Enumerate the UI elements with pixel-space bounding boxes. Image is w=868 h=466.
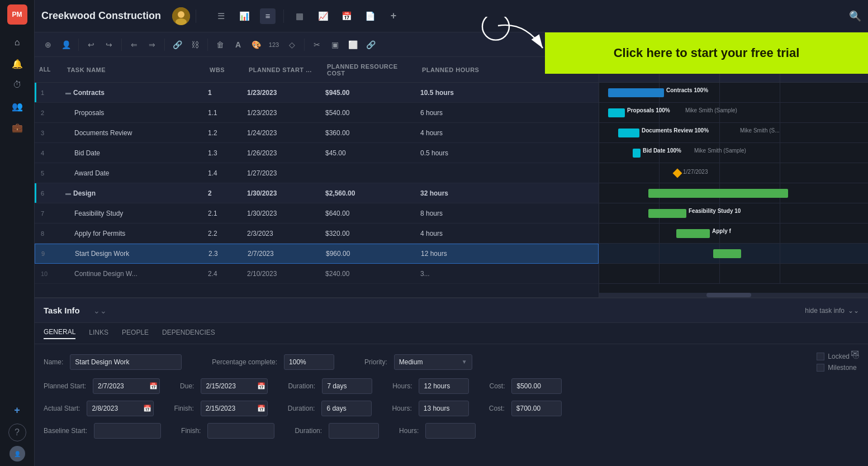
cost-input-2[interactable] xyxy=(511,401,562,416)
table-row[interactable]: 1 ▬ Contracts 1 1/23/2023 $945.00 10.5 h… xyxy=(35,83,599,103)
indent-btn[interactable]: ⇒ xyxy=(144,37,160,53)
undo-btn[interactable]: ↩ xyxy=(83,37,99,53)
number-btn[interactable]: 123 xyxy=(266,37,282,53)
task-info-title: Task Info xyxy=(44,306,80,315)
pct-complete-input[interactable] xyxy=(284,354,334,370)
gantt-scrollbar[interactable] xyxy=(599,293,868,297)
gantt-bar-documents[interactable]: Documents Review 100% Mike Smith (S... xyxy=(618,129,639,137)
priority-dropdown[interactable]: Medium ▼ xyxy=(394,354,472,370)
table-row[interactable]: 8 Apply for Permits 2.2 2/3/2023 $320.00… xyxy=(35,224,599,244)
header-task: TASK NAME xyxy=(63,57,205,82)
sidebar-item-alerts[interactable]: 🔔 xyxy=(8,55,26,73)
unlink-btn[interactable]: ⛓ xyxy=(187,37,203,53)
color-btn[interactable]: 🎨 xyxy=(248,37,264,53)
tab-people[interactable]: PEOPLE xyxy=(122,329,149,339)
expand-icon[interactable]: ▬ xyxy=(65,89,71,96)
gantt-icon[interactable]: ≡ xyxy=(260,8,276,24)
gantt-bar-permits[interactable]: Apply f xyxy=(676,229,710,238)
sidebar-item-people[interactable]: 👥 xyxy=(8,97,26,115)
sidebar-item-home[interactable]: ⌂ xyxy=(8,34,26,51)
duration-input-2[interactable] xyxy=(321,401,372,416)
row-start: 1/30/2023 xyxy=(243,203,321,223)
table-row[interactable]: 5 Award Date 1.4 1/27/2023 xyxy=(35,163,599,183)
redo-btn[interactable]: ↪ xyxy=(101,37,117,53)
expand-icon[interactable]: ▬ xyxy=(65,190,71,196)
search-icon[interactable]: 🔍 xyxy=(849,10,861,22)
add-view-icon[interactable]: + xyxy=(386,8,401,24)
tab-dependencies[interactable]: DEPENDENCIES xyxy=(162,329,215,339)
sidebar-item-briefcase[interactable]: 💼 xyxy=(8,118,26,136)
calendar-icon[interactable]: 📅 xyxy=(257,382,265,390)
milestone-checkbox[interactable] xyxy=(817,364,824,372)
gantt-bar-biddate[interactable]: Bid Date 100% Mike Smith (Sample) xyxy=(633,149,641,158)
baseline-hours-input[interactable] xyxy=(425,423,476,439)
chart-icon[interactable]: 📊 xyxy=(236,8,252,24)
list-icon[interactable]: ☰ xyxy=(213,8,229,24)
cost-input-1[interactable] xyxy=(511,378,562,394)
duration-input-1[interactable] xyxy=(322,378,372,394)
app-logo: PM xyxy=(7,4,27,25)
locked-checkbox[interactable] xyxy=(817,353,824,360)
table-row[interactable]: 3 Documents Review 1.2 1/24/2023 $360.00… xyxy=(35,123,599,143)
diamond-btn[interactable]: ◇ xyxy=(284,37,300,53)
gantt-row: 1/27/2023 xyxy=(599,163,868,183)
baseline-start-input[interactable] xyxy=(94,423,161,439)
table-row[interactable]: 10 Continue Design W... 2.4 2/10/2023 $2… xyxy=(35,264,599,284)
cut-btn[interactable]: ✂ xyxy=(309,37,325,53)
gantt-row: Apply f xyxy=(599,224,868,244)
calendar-icon[interactable]: 📅 xyxy=(257,405,265,412)
sidebar-item-add[interactable]: + xyxy=(8,401,26,419)
milestone-diamond[interactable] xyxy=(673,169,682,178)
task-name: Design xyxy=(73,189,96,197)
calendar-icon[interactable]: 📅 xyxy=(339,8,354,24)
send-icon[interactable]: ✉ xyxy=(851,348,859,360)
free-trial-banner[interactable]: Click here to start your free trial xyxy=(545,32,868,74)
table-icon[interactable]: ▦ xyxy=(292,8,307,24)
document-icon[interactable]: 📄 xyxy=(362,8,378,24)
add-task-btn[interactable]: ⊕ xyxy=(40,37,56,53)
table-row[interactable]: 2 Proposals 1.1 1/23/2023 $540.00 6 hour… xyxy=(35,103,599,123)
copy-btn[interactable]: ▣ xyxy=(327,37,343,53)
gantt-bar-feasibility[interactable]: Feasibility Study 10 xyxy=(648,209,686,218)
calendar-icon[interactable]: 📅 xyxy=(149,382,158,390)
baseline-finish-input[interactable] xyxy=(207,423,274,439)
delete-btn[interactable]: 🗑 xyxy=(212,37,228,53)
cost-label-2: Cost: xyxy=(489,405,505,412)
calendar-icon[interactable]: 📅 xyxy=(143,405,151,412)
chain-btn[interactable]: 🔗 xyxy=(363,37,378,53)
baseline-duration-input[interactable] xyxy=(329,423,379,439)
name-input[interactable] xyxy=(70,354,182,370)
gantt-row xyxy=(599,183,868,203)
link-btn[interactable]: 🔗 xyxy=(169,37,185,53)
text-btn[interactable]: A xyxy=(230,37,246,53)
tab-links[interactable]: LINKS xyxy=(89,329,108,339)
gantt-row: Proposals 100% Mike Smith (Sample) xyxy=(599,103,868,123)
user-avatar-top[interactable] xyxy=(172,7,190,25)
table-row[interactable]: 4 Bid Date 1.3 1/26/2023 $45.00 0.5 hour… xyxy=(35,143,599,163)
paste-btn[interactable]: ⬜ xyxy=(345,37,361,53)
outdent-btn[interactable]: ⇐ xyxy=(126,37,142,53)
task-info-panel: Task Info ⌄⌄ hide task info ⌄⌄ GENERAL L… xyxy=(35,297,868,466)
add-person-btn[interactable]: 👤 xyxy=(58,37,74,53)
row-task: ▬ Design xyxy=(61,183,203,203)
hours-input-1[interactable] xyxy=(419,378,469,394)
gantt-bar-contracts[interactable]: Contracts 100% xyxy=(608,88,664,97)
table-row[interactable]: 7 Feasibility Study 2.1 1/30/2023 $640.0… xyxy=(35,203,599,224)
header-cost: PLANNED RESOURCE COST xyxy=(322,57,418,82)
gantt-bar-design[interactable] xyxy=(648,189,788,198)
tab-general[interactable]: GENERAL xyxy=(44,328,75,339)
gantt-bar-proposals[interactable]: Proposals 100% Mike Smith (Sample) xyxy=(608,108,625,117)
gantt-scrollbar-thumb[interactable] xyxy=(706,293,751,297)
table-row[interactable]: 6 ▬ Design 2 1/30/2023 $2,560.00 32 hour… xyxy=(35,183,599,203)
hours-input-2[interactable] xyxy=(419,401,469,416)
sidebar-item-time[interactable]: ⏱ xyxy=(8,76,26,94)
table-row[interactable]: 9 Start Design Work 2.3 2/7/2023 $960.00… xyxy=(35,244,599,264)
sidebar-item-help[interactable]: ? xyxy=(8,424,26,441)
collapse-icon[interactable]: ⌄⌄ xyxy=(93,306,107,315)
activity-icon[interactable]: 📈 xyxy=(315,8,331,24)
row-start: 1/27/2023 xyxy=(243,163,321,183)
hide-task-btn[interactable]: hide task info ⌄⌄ xyxy=(805,307,859,315)
row-task: Award Date xyxy=(61,163,203,183)
user-avatar-sidebar[interactable]: 👤 xyxy=(10,446,25,462)
gantt-bar-start-design[interactable] xyxy=(713,249,741,258)
